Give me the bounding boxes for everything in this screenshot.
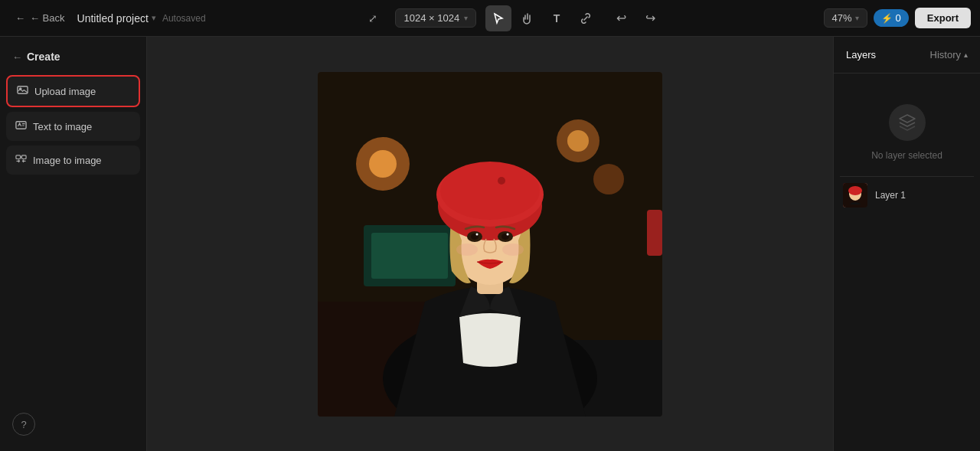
autosaved-label: Autosaved [162,13,206,24]
create-header: ← Create [6,46,140,67]
back-label: ← Back [30,12,65,24]
sidebar-bottom: ? [6,407,140,442]
zoom-label: 47% [832,12,852,24]
sidebar-item-upload-image[interactable]: Upload image [6,75,140,107]
svg-point-30 [502,243,524,256]
upload-image-label: Upload image [34,86,96,97]
sidebar-item-text-to-image[interactable]: Text to image [6,112,140,141]
layer-1-thumbnail [843,183,867,208]
right-sidebar: Layers History ▴ No layer selected [833,37,980,451]
credits-count: 0 [896,12,901,24]
export-button[interactable]: Export [915,8,971,28]
upload-image-icon [17,84,28,98]
create-back-icon: ← [12,51,22,63]
undo-redo-group: ↩ ↪ [608,5,663,31]
history-label: History [930,49,961,60]
layer-1-item[interactable]: Layer 1 [834,177,980,214]
text-tool-button[interactable]: T [544,5,570,31]
help-icon: ? [21,419,26,430]
svg-point-9 [567,130,589,152]
svg-point-27 [476,233,479,235]
project-name[interactable]: Untitled project [77,12,149,25]
text-to-image-icon [15,119,27,133]
sidebar-item-image-to-image[interactable]: Image to image [6,145,140,175]
text-to-image-label: Text to image [33,121,92,132]
resize-icon[interactable]: ⤢ [360,5,386,31]
redo-button[interactable]: ↪ [637,5,663,31]
tool-group: T [485,5,599,31]
svg-rect-3 [16,155,21,159]
topbar-center: ⤢ 1024 × 1024 ▾ T [212,5,812,31]
svg-point-7 [369,150,397,178]
project-name-wrapper: Untitled project ▾ [77,12,156,25]
no-layer-text: No layer selected [871,150,942,161]
canvas-size-chevron-icon: ▾ [464,14,468,22]
history-chevron-icon: ▴ [964,51,968,59]
no-layer-section: No layer selected [834,74,980,176]
zoom-button[interactable]: 47% ▾ [824,8,867,28]
credits-button[interactable]: ⚡ 0 [874,9,909,27]
svg-point-1 [20,88,21,90]
topbar-right: 47% ▾ ⚡ 0 Export [818,8,971,28]
project-chevron-icon[interactable]: ▾ [152,13,156,23]
create-label: Create [27,51,60,63]
svg-rect-4 [21,155,26,159]
image-to-image-icon [15,153,27,167]
undo-button[interactable]: ↩ [608,5,634,31]
text-tool-icon: T [554,12,560,25]
link-tool-button[interactable] [573,5,599,31]
hand-icon [521,12,534,25]
layers-placeholder-icon [898,113,916,132]
topbar: ← ← Back Untitled project ▾ Autosaved ⤢ … [0,0,980,37]
canvas-artwork [318,72,662,417]
zoom-chevron-icon: ▾ [855,14,859,22]
canvas-area[interactable] [147,37,833,451]
image-to-image-label: Image to image [33,155,102,166]
no-layer-icon-container [889,104,926,141]
credits-icon: ⚡ [881,13,893,24]
select-tool-button[interactable] [485,5,511,31]
link-icon [580,12,592,25]
canvas-image [318,72,662,417]
cursor-icon [492,12,505,25]
svg-point-34 [848,186,862,195]
svg-rect-31 [647,210,662,256]
svg-point-29 [456,243,478,256]
svg-point-10 [593,164,624,194]
layer-1-name: Layer 1 [875,190,906,201]
main-content: ← Create Upload image Text to [0,37,980,451]
left-sidebar: ← Create Upload image Text to [0,37,147,451]
canvas-size-button[interactable]: 1024 × 1024 ▾ [395,8,476,28]
move-tool-button[interactable] [514,5,541,31]
svg-rect-12 [371,233,448,279]
back-arrow-icon: ← [15,12,25,24]
svg-point-22 [498,177,505,185]
help-button[interactable]: ? [12,413,35,436]
topbar-left: ← ← Back Untitled project ▾ Autosaved [9,9,206,27]
tab-layers[interactable]: Layers [846,46,876,64]
svg-point-28 [507,233,509,235]
right-sidebar-tabs: Layers History ▴ [834,37,980,74]
canvas-size-label: 1024 × 1024 [403,12,459,24]
svg-point-21 [440,162,540,220]
tab-history[interactable]: History ▴ [930,49,968,60]
back-button[interactable]: ← ← Back [9,9,71,27]
